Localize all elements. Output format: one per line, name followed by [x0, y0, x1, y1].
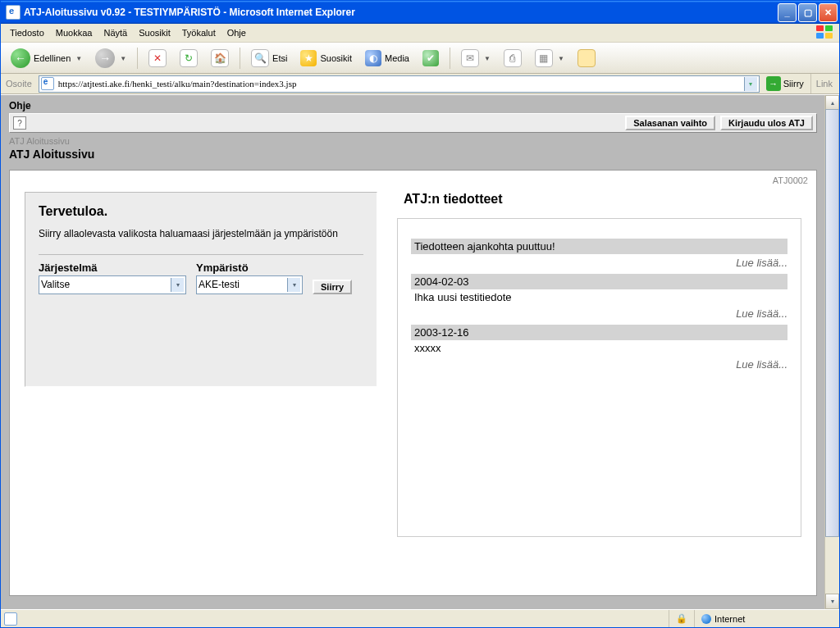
news-item-header: 2003-12-16 [411, 325, 788, 340]
folder-icon [578, 49, 596, 67]
minimize-button[interactable]: _ [778, 3, 797, 22]
environment-select[interactable]: AKE-testi ▾ [196, 275, 303, 294]
system-select[interactable]: Valitse ▾ [39, 275, 186, 294]
page-title: ATJ Aloitussivu [9, 148, 817, 161]
welcome-panel: Tervetuloa. Siirry allaolevasta valikost… [25, 192, 377, 387]
main-canvas: ATJ0002 Tervetuloa. Siirry allaolevasta … [9, 170, 817, 596]
forward-icon: → [95, 48, 115, 68]
separator [450, 48, 450, 69]
vertical-scrollbar[interactable]: ▴ ▾ [824, 95, 839, 609]
home-icon: 🏠 [211, 49, 229, 67]
go-button[interactable]: → Siirry [763, 75, 807, 92]
refresh-button[interactable]: ↻ [175, 46, 203, 71]
address-bar: Osoite ▾ → Siirry Link [1, 74, 839, 94]
news-title: ATJ:n tiedotteet [404, 192, 801, 207]
page-icon [41, 77, 54, 90]
news-item-body: Ihka uusi testitiedote [411, 289, 788, 305]
home-button[interactable]: 🏠 [206, 46, 234, 71]
links-bar[interactable]: Link [810, 74, 838, 93]
news-column: ATJ:n tiedotteet Tiedotteen ajankohta pu… [397, 192, 801, 580]
welcome-title: Tervetuloa. [39, 204, 363, 219]
page-code: ATJ0002 [773, 175, 808, 185]
scroll-down-button[interactable]: ▾ [825, 594, 839, 609]
app-toolbar: ? Salasanan vaihto Kirjaudu ulos ATJ [9, 113, 817, 133]
print-button[interactable]: ⎙ [499, 46, 527, 71]
history-icon: ✔ [422, 50, 439, 66]
chevron-down-icon: ▼ [120, 55, 126, 62]
address-label: Osoite [2, 79, 35, 89]
browser-window: ATJ-Aloitussivu v0.92 - TESTIYMPÄRISTÖ -… [0, 0, 840, 628]
scroll-thumb[interactable] [825, 109, 839, 537]
chevron-down-icon: ▾ [287, 278, 300, 292]
back-icon: ← [11, 48, 30, 68]
menu-edit[interactable]: Muokkaa [50, 26, 98, 39]
star-icon: ★ [300, 50, 317, 66]
toolbar: ← Edellinen ▼ → ▼ ✕ ↻ 🏠 🔍 Etsi ★ Suosiki… [1, 43, 839, 74]
close-button[interactable]: ✕ [819, 3, 838, 22]
ie-icon [6, 5, 21, 20]
read-more-link[interactable]: Lue lisää... [411, 307, 788, 320]
breadcrumb: ATJ Aloitussivu [9, 136, 817, 146]
status-bar: Internet [1, 609, 839, 627]
stop-button[interactable]: ✕ [144, 46, 171, 71]
window-title: ATJ-Aloitussivu v0.92 - TESTIYMPÄRISTÖ -… [24, 7, 778, 18]
menu-file[interactable]: Tiedosto [4, 26, 50, 39]
print-icon: ⎙ [504, 49, 522, 67]
edit-button[interactable]: ▦▼ [530, 46, 569, 71]
menu-help[interactable]: Ohje [221, 26, 252, 39]
menu-tools[interactable]: Työkalut [176, 26, 221, 39]
media-icon: ◐ [365, 50, 381, 66]
change-password-button[interactable]: Salasanan vaihto [625, 116, 715, 130]
system-label: Järjestelmä [39, 262, 186, 274]
news-item-header: 2004-02-03 [411, 274, 788, 289]
chevron-down-icon: ▾ [171, 278, 184, 292]
edit-icon: ▦ [535, 49, 553, 67]
stop-icon: ✕ [148, 49, 167, 67]
go-icon: → [766, 76, 781, 91]
logout-button[interactable]: Kirjaudu ulos ATJ [720, 116, 813, 130]
news-item-body: xxxxx [411, 340, 788, 356]
search-button[interactable]: 🔍 Etsi [246, 46, 292, 71]
favorites-button[interactable]: ★ Suosikit [295, 47, 357, 70]
page-content: Ohje ? Salasanan vaihto Kirjaudu ulos AT… [1, 95, 825, 609]
page-icon [4, 612, 17, 626]
windows-flag-icon [816, 25, 836, 40]
environment-label: Ympäristö [196, 262, 303, 274]
back-button[interactable]: ← Edellinen ▼ [6, 45, 87, 71]
menu-view[interactable]: Näytä [98, 26, 133, 39]
news-item-header: Tiedotteen ajankohta puuttuu! [411, 239, 788, 254]
chevron-down-icon: ▼ [75, 55, 82, 62]
title-bar: ATJ-Aloitussivu v0.92 - TESTIYMPÄRISTÖ -… [1, 1, 839, 24]
separator [240, 48, 240, 69]
viewport: Ohje ? Salasanan vaihto Kirjaudu ulos AT… [1, 94, 839, 609]
maximize-button[interactable]: ▢ [798, 3, 817, 22]
refresh-icon: ↻ [180, 49, 198, 67]
history-button[interactable]: ✔ [418, 47, 444, 70]
mail-button[interactable]: ✉▼ [456, 46, 495, 71]
welcome-text: Siirry allaolevasta valikosta haluamaasi… [39, 227, 363, 241]
separator [137, 48, 138, 69]
news-box: Tiedotteen ajankohta puuttuu! Lue lisää.… [397, 218, 801, 537]
folder-button[interactable] [573, 46, 600, 71]
go-button[interactable]: Siirry [313, 280, 352, 294]
read-more-link[interactable]: Lue lisää... [411, 358, 788, 371]
media-button[interactable]: ◐ Media [360, 47, 414, 70]
help-heading: Ohje [9, 100, 817, 111]
search-icon: 🔍 [251, 49, 269, 67]
status-lock [669, 610, 694, 627]
address-field[interactable]: ▾ [39, 75, 760, 93]
status-zone: Internet [694, 610, 839, 627]
address-input[interactable] [57, 76, 742, 91]
lock-icon [676, 613, 687, 624]
read-more-link[interactable]: Lue lisää... [411, 257, 788, 269]
help-icon[interactable]: ? [13, 116, 26, 130]
menu-bar: Tiedosto Muokkaa Näytä Suosikit Työkalut… [1, 24, 839, 43]
mail-icon: ✉ [461, 49, 479, 67]
menu-favorites[interactable]: Suosikit [133, 26, 176, 39]
forward-button[interactable]: → ▼ [90, 45, 131, 71]
globe-icon [701, 614, 711, 624]
address-dropdown[interactable]: ▾ [744, 77, 757, 91]
